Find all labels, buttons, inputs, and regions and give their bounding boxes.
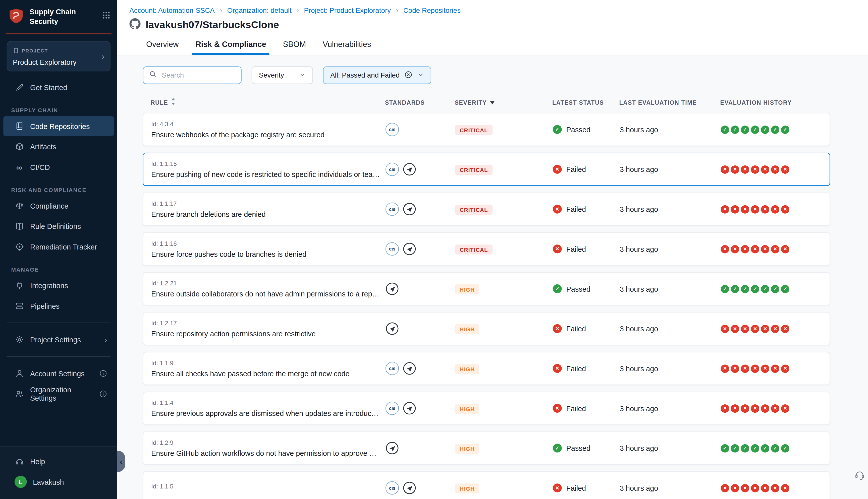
sidebar-item-organization-settings[interactable]: Organization Settings — [3, 384, 114, 404]
rule-row[interactable]: Id: 4.3.4 Ensure webhooks of the package… — [143, 113, 830, 146]
headset-icon — [14, 457, 24, 466]
sort-arrows-icon[interactable] — [171, 98, 176, 106]
severity-pill: CRITICAL — [455, 165, 492, 175]
brand-shield-logo-icon — [8, 8, 25, 27]
standards-cell — [386, 322, 455, 335]
github-icon — [129, 18, 141, 32]
rule-title: Ensure webhooks of the package registry … — [151, 130, 386, 138]
status-failed-icon: ✕ — [553, 404, 562, 413]
history-fail-icon: ✕ — [781, 404, 789, 412]
standards-cell — [386, 282, 455, 295]
history-cell: ✓✓✓✓✓✓✓ — [721, 125, 830, 134]
rule-row[interactable]: Id: 1.2.17 Ensure repository action perm… — [143, 312, 830, 345]
severity-cell: CRITICAL — [455, 164, 553, 174]
sidebar-item-compliance[interactable]: Compliance — [3, 196, 114, 216]
sidebar-item-project-settings[interactable]: Project Settings › — [3, 330, 114, 350]
sidebar-header: Supply Chain Security — [0, 0, 117, 32]
sidebar-item-user-profile[interactable]: L Lavakush — [3, 472, 114, 492]
sidebar-item-artifacts[interactable]: Artifacts — [3, 136, 114, 156]
history-fail-icon: ✕ — [731, 165, 739, 173]
history-pass-icon: ✓ — [751, 125, 759, 134]
paper-plane-standard-badge — [386, 322, 399, 335]
sidebar-item-code-repositories[interactable]: Code Repositories — [3, 116, 114, 136]
rule-row[interactable]: Id: 1.1.9 Ensure all checks have passed … — [143, 352, 830, 385]
rule-row[interactable]: Id: 1.2.9 Ensure GitHub action workflows… — [143, 431, 830, 465]
search-icon — [149, 70, 157, 80]
sidebar-item-label: Organization Settings — [30, 386, 93, 402]
project-selector[interactable]: PROJECT Product Exploratory › — [7, 41, 110, 71]
history-pass-icon: ✓ — [741, 444, 749, 452]
rule-row[interactable]: Id: 1.1.15 Ensure pushing of new code is… — [143, 153, 830, 186]
sidebar-item-remediation-tracker[interactable]: Remediation Tracker — [3, 237, 114, 257]
cis-standard-badge: CIS — [386, 402, 399, 415]
history-pass-icon: ✓ — [741, 285, 749, 293]
rule-row[interactable]: Id: 1.1.5 CIS HIGH ✕ Failed 3 hours ago … — [143, 471, 830, 499]
sidebar-item-cicd[interactable]: ∞ CI/CD — [3, 157, 114, 177]
scales-icon — [14, 201, 24, 210]
sidebar-item-label: Artifacts — [30, 143, 56, 151]
sidebar-divider — [7, 356, 110, 357]
rule-cell: Id: 1.1.4 Ensure previous approvals are … — [151, 399, 386, 417]
sidebar-nav: Get Started SUPPLY CHAIN Code Repositori… — [0, 77, 117, 404]
module-switcher-grid-icon[interactable] — [102, 11, 110, 22]
standards-cell: CIS — [386, 242, 455, 256]
clear-filter-icon[interactable] — [405, 71, 412, 80]
history-fail-icon: ✕ — [761, 484, 769, 492]
sidebar-collapse-handle[interactable]: ‹ — [117, 451, 125, 472]
severity-pill: HIGH — [455, 324, 479, 334]
chevron-right-icon: › — [101, 51, 104, 61]
breadcrumb-organization-link[interactable]: Organization: default — [227, 6, 291, 14]
tab-sbom[interactable]: SBOM — [283, 40, 306, 55]
eval-time: 3 hours ago — [620, 444, 721, 452]
rule-cell: Id: 1.2.9 Ensure GitHub action workflows… — [151, 439, 386, 457]
eval-time: 3 hours ago — [620, 325, 721, 333]
severity-filter-dropdown[interactable]: Severity — [252, 66, 313, 84]
breadcrumb-project-link[interactable]: Project: Product Exploratory — [304, 6, 391, 14]
history-fail-icon: ✕ — [721, 484, 729, 492]
history-fail-icon: ✕ — [751, 165, 759, 173]
chevron-right-icon: › — [105, 336, 107, 344]
sidebar-item-account-settings[interactable]: Account Settings — [3, 364, 114, 383]
project-bookmark-icon — [13, 46, 19, 56]
user-name: Lavakush — [33, 478, 64, 486]
history-fail-icon: ✕ — [781, 205, 789, 214]
rule-row[interactable]: Id: 1.2.21 Ensure outside collaborators … — [143, 272, 830, 305]
sidebar-item-help[interactable]: Help — [3, 451, 114, 471]
rule-id: Id: 1.1.16 — [151, 240, 386, 246]
history-pass-icon: ✓ — [771, 444, 779, 452]
history-fail-icon: ✕ — [751, 325, 759, 333]
status-failed-icon: ✕ — [553, 364, 562, 373]
column-header-last-evaluation-time: LAST EVALUATION TIME — [619, 99, 720, 105]
tab-risk-and-compliance[interactable]: Risk & Compliance — [195, 40, 266, 55]
status-filter-dropdown[interactable]: All: Passed and Failed — [323, 66, 432, 84]
history-cell: ✕✕✕✕✕✕✕ — [721, 484, 830, 492]
history-pass-icon: ✓ — [741, 125, 749, 134]
sidebar-item-label: Rule Definitions — [30, 222, 81, 230]
sidebar-item-rule-definitions[interactable]: Rule Definitions — [3, 216, 114, 236]
status-failed-icon: ✕ — [553, 324, 562, 333]
history-cell: ✓✓✓✓✓✓✓ — [721, 444, 830, 452]
sidebar-section-supply-chain: SUPPLY CHAIN — [11, 107, 117, 113]
history-fail-icon: ✕ — [731, 205, 739, 214]
rule-row[interactable]: Id: 1.1.16 Ensure force pushes code to b… — [143, 232, 830, 266]
status-cell: ✕ Failed — [553, 324, 620, 333]
history-fail-icon: ✕ — [761, 165, 769, 173]
breadcrumb-account-link[interactable]: Account: Automation-SSCA — [129, 6, 215, 14]
history-fail-icon: ✕ — [751, 404, 759, 412]
sort-desc-icon[interactable] — [490, 99, 495, 105]
tab-overview[interactable]: Overview — [146, 40, 179, 55]
sidebar-item-integrations[interactable]: Integrations — [3, 276, 114, 295]
sidebar-item-label: Project Settings — [30, 336, 81, 344]
history-cell: ✕✕✕✕✕✕✕ — [721, 404, 830, 412]
tab-vulnerabilities[interactable]: Vulnerabilities — [323, 40, 371, 55]
rule-row[interactable]: Id: 1.1.4 Ensure previous approvals are … — [143, 392, 830, 425]
standards-cell: CIS — [386, 481, 455, 495]
breadcrumb-code-repositories-link[interactable]: Code Repositories — [403, 6, 461, 14]
sidebar-item-pipelines[interactable]: Pipelines — [3, 296, 114, 316]
search-input[interactable] — [161, 71, 236, 80]
rule-id: Id: 4.3.4 — [151, 120, 386, 127]
support-chat-icon[interactable] — [854, 470, 865, 484]
sidebar-item-get-started[interactable]: Get Started — [3, 77, 114, 97]
status-label: Failed — [566, 484, 586, 492]
rule-row[interactable]: Id: 1.1.17 Ensure branch deletions are d… — [143, 193, 830, 226]
